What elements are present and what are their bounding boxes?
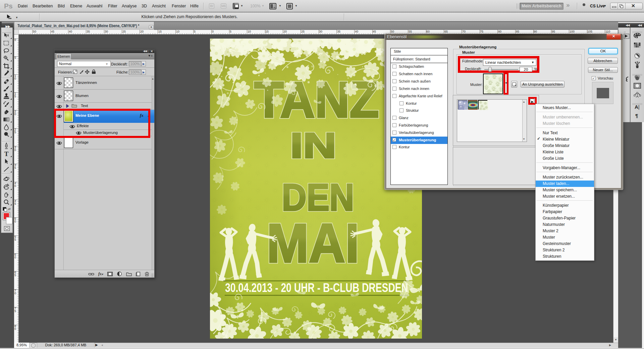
svg-text:MAI: MAI — [267, 212, 359, 274]
svg-text:IN: IN — [290, 126, 336, 165]
svg-text:DEN: DEN — [282, 176, 354, 218]
svg-text:T: T — [4, 150, 9, 157]
svg-text:30.04.2013 - 20 UHR - B-CLUB D: 30.04.2013 - 20 UHR - B-CLUB DRESDEN — [225, 281, 408, 295]
